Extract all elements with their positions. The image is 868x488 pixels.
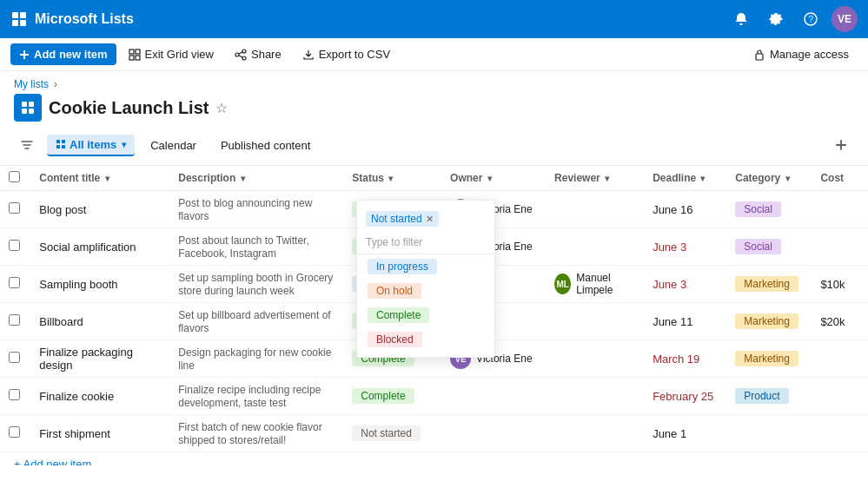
add-new-item-row[interactable]: + Add new item [0, 452, 868, 466]
calendar-tab[interactable]: Calendar [142, 135, 205, 155]
row-category: Marketing [726, 340, 812, 378]
row-checkbox[interactable] [9, 277, 20, 288]
share-icon [235, 49, 247, 61]
row-description: Design packaging for new cookie line [169, 340, 343, 378]
row-category: Product [726, 378, 812, 415]
table-header-row: Content title ▾ Description ▾ Status ▾ O… [0, 166, 868, 191]
row-cost [812, 228, 868, 266]
svg-rect-16 [22, 109, 27, 114]
notification-button[interactable] [727, 5, 755, 33]
col-header-deadline[interactable]: Deadline ▾ [644, 166, 726, 191]
filter-button[interactable] [14, 132, 40, 158]
add-icon [19, 49, 30, 60]
dropdown-search-area: Type to filter [357, 232, 494, 254]
svg-point-12 [242, 56, 246, 60]
svg-rect-7 [136, 49, 140, 54]
filter-chip-not-started[interactable]: Not started ✕ [366, 211, 439, 227]
share-button[interactable]: Share [226, 43, 290, 65]
col-header-status[interactable]: Status ▾ [343, 166, 441, 191]
list-icon [56, 139, 66, 149]
settings-button[interactable] [762, 5, 790, 33]
app-title: Microsoft Lists [35, 11, 134, 27]
favorite-star-icon[interactable]: ☆ [215, 100, 228, 116]
top-navigation: Microsoft Lists ? VE [0, 0, 868, 38]
row-cost [812, 415, 868, 452]
svg-rect-14 [22, 102, 27, 107]
row-deadline: June 11 [644, 303, 726, 340]
table-row: Finalize cookieFinalize recipe including… [0, 378, 868, 415]
row-category: Social [726, 191, 812, 228]
col-header-cost[interactable]: Cost [812, 166, 868, 191]
help-button[interactable]: ? [797, 5, 825, 33]
svg-rect-21 [62, 145, 65, 148]
row-checkbox[interactable] [9, 426, 20, 438]
row-title: Sampling booth [30, 266, 169, 303]
app-logo: Microsoft Lists [10, 10, 134, 28]
row-deadline: June 16 [644, 191, 726, 228]
action-toolbar: Add new item Exit Grid view Share Export… [0, 38, 868, 71]
dropdown-item[interactable]: Complete [357, 303, 494, 327]
col-header-owner[interactable]: Owner ▾ [441, 166, 546, 191]
row-checkbox[interactable] [9, 240, 20, 251]
add-view-icon [835, 139, 847, 151]
row-reviewer: MLManuel Limpele [546, 266, 644, 303]
row-description: Set up billboard advertisement of flavor… [169, 303, 343, 340]
all-items-arrow: ▾ [122, 140, 126, 149]
row-cost [812, 191, 868, 228]
row-checkbox[interactable] [9, 389, 20, 400]
select-all-checkbox[interactable] [9, 171, 20, 182]
export-icon [302, 49, 315, 61]
add-new-item-button[interactable]: Add new item [10, 43, 116, 65]
row-checkbox[interactable] [9, 352, 20, 363]
exit-grid-view-button[interactable]: Exit Grid view [120, 43, 222, 65]
svg-rect-2 [12, 20, 18, 26]
col-header-title[interactable]: Content title ▾ [30, 166, 169, 191]
svg-rect-18 [56, 140, 60, 143]
page-title: Cookie Launch List [49, 98, 209, 118]
add-view-button[interactable] [828, 132, 854, 158]
svg-rect-9 [136, 56, 140, 60]
filter-chip-close-icon[interactable]: ✕ [426, 214, 434, 225]
all-items-tab[interactable]: All items ▾ [47, 135, 135, 156]
my-lists-link[interactable]: My lists [14, 78, 49, 90]
row-category: Marketing [726, 266, 812, 303]
svg-rect-15 [29, 102, 34, 107]
view-toolbar: All items ▾ Calendar Published content [0, 129, 868, 166]
row-title: Finalize packaging design [30, 340, 169, 378]
table-row: First shipmentFirst batch of new cookie … [0, 415, 868, 452]
dropdown-item[interactable]: Blocked [357, 327, 494, 352]
col-header-check[interactable] [0, 166, 30, 191]
svg-text:?: ? [809, 15, 814, 24]
row-checkbox[interactable] [9, 314, 20, 326]
row-deadline: June 3 [644, 266, 726, 303]
user-avatar[interactable]: VE [832, 6, 858, 32]
row-title: Finalize cookie [30, 378, 169, 415]
svg-rect-13 [756, 54, 763, 60]
row-cost [812, 378, 868, 415]
dropdown-items-list: In progressOn holdCompleteBlocked [357, 254, 494, 352]
svg-rect-6 [129, 49, 134, 54]
svg-rect-17 [29, 109, 34, 114]
row-checkbox[interactable] [9, 202, 20, 214]
dropdown-item[interactable]: In progress [357, 254, 494, 279]
dropdown-search-placeholder: Type to filter [366, 236, 422, 248]
row-reviewer [546, 340, 644, 378]
col-header-description[interactable]: Description ▾ [169, 166, 343, 191]
row-status[interactable]: Not started [343, 415, 441, 452]
dropdown-item[interactable]: On hold [357, 279, 494, 303]
svg-rect-0 [12, 12, 18, 18]
row-status[interactable]: Complete [343, 378, 441, 415]
row-category [726, 415, 812, 452]
dropdown-header: Not started ✕ [357, 206, 494, 232]
svg-rect-19 [62, 140, 65, 143]
grid-icon [129, 49, 141, 61]
row-deadline: June 3 [644, 228, 726, 266]
export-csv-button[interactable]: Export to CSV [294, 43, 399, 65]
col-header-category[interactable]: Category ▾ [726, 166, 812, 191]
published-content-tab[interactable]: Published content [212, 135, 319, 155]
col-header-reviewer[interactable]: Reviewer ▾ [546, 166, 644, 191]
manage-access-button[interactable]: Manage access [745, 43, 858, 65]
breadcrumb: My lists › [0, 71, 868, 94]
page-header: Cookie Launch List ☆ [0, 94, 868, 129]
row-deadline: March 19 [644, 340, 726, 378]
